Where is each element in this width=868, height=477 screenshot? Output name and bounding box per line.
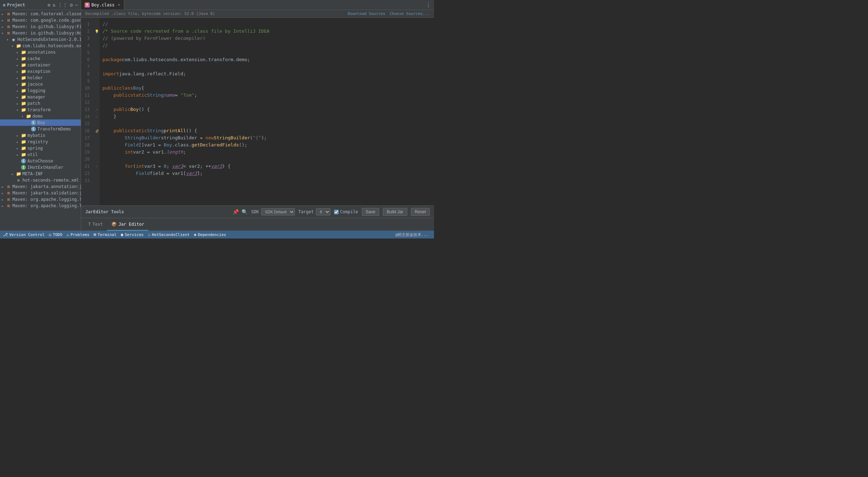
expand-icon[interactable]: ⋮⋮ <box>58 2 68 8</box>
kotlin-icon: K <box>85 2 90 7</box>
tree-arrow-manager: ▸ <box>16 95 21 99</box>
tree-item-registry[interactable]: ▸📁registry <box>0 139 81 145</box>
tree-item-maven5[interactable]: ▸mMaven: jakarta.annotation:jakarta.anno… <box>0 183 81 190</box>
tree-label-boy: Boy <box>37 120 45 125</box>
tree-arrow-spring: ▸ <box>16 146 21 150</box>
code-content[interactable]: ///* Source code recreated from a .class… <box>100 18 434 205</box>
tree-item-jacoco[interactable]: ▸📁jacoco <box>0 81 81 87</box>
line-num-10: 10 <box>81 85 92 92</box>
tree-item-maven2[interactable]: ▸mMaven: com.google.code.gson:gson:2.8.3 <box>0 17 81 23</box>
target-select[interactable]: 8 <box>316 208 330 215</box>
code-line-5 <box>102 49 434 56</box>
tree-item-mybatis[interactable]: ▸📁mybatis <box>0 132 81 139</box>
tree-item-transformdemo[interactable]: CTransformDemo <box>0 126 81 132</box>
tree-item-transform[interactable]: ▾📁transform <box>0 107 81 113</box>
code-line-12 <box>102 99 434 106</box>
line-num-4: 4 <box>81 42 92 49</box>
code-line-22: Field field = var1[var3]; <box>102 170 434 177</box>
tree-item-maven4[interactable]: ▾mMaven: io.github.liubsyy:HotSecondsExt… <box>0 30 81 36</box>
tab-boy-class[interactable]: K Boy.class × <box>81 0 124 10</box>
tree-item-maven1[interactable]: ▸mMaven: com.fasterxml.classmate:1.5.1 <box>0 11 81 17</box>
status-todo[interactable]: ☑ TODO <box>49 232 62 237</box>
status-problems[interactable]: ⚠ Problems <box>67 232 89 237</box>
tool-search-icon[interactable]: 🔍 <box>242 209 248 215</box>
tree-item-holder[interactable]: ▸📁holder <box>0 75 81 81</box>
build-jar-button[interactable]: Build Jar <box>383 208 407 216</box>
tree-item-cache[interactable]: ▸📁cache <box>0 55 81 62</box>
tree-item-annotations[interactable]: ▸📁annotations <box>0 49 81 55</box>
tree-label-patch: patch <box>27 101 40 106</box>
tree-item-container[interactable]: ▸📁container <box>0 62 81 68</box>
tab-jar-editor[interactable]: 📦 Jar Editor <box>107 218 148 231</box>
status-dependencies[interactable]: ◈ Dependencies <box>194 232 226 237</box>
tree-item-exception[interactable]: ▸📁exception <box>0 68 81 75</box>
problems-icon: ⚠ <box>67 232 69 237</box>
services-icon: ◉ <box>121 232 123 237</box>
terminal-label: Terminal <box>98 232 117 237</box>
status-terminal[interactable]: ⊞ Terminal <box>94 232 116 237</box>
text-tab-label: Text <box>92 222 103 227</box>
todo-label: TODO <box>53 232 63 237</box>
line-marker-13: ▿ <box>96 106 97 113</box>
tool-pin-icon[interactable]: 📌 <box>233 209 239 215</box>
tree-arrow-maven8: ▸ <box>1 204 6 208</box>
tree-item-jar[interactable]: ▾▣HotSecondsExtension-2.0.1.jar library … <box>0 36 81 43</box>
tree-arrow-holder: ▸ <box>16 76 21 80</box>
main-area: ◼ Project ⊕ ⇅ ⋮⋮ ⚙ − ▸mMaven: com.faster… <box>0 0 434 231</box>
line-num-13: 13 <box>81 106 92 113</box>
tree-item-patch[interactable]: ▸📁patch <box>0 100 81 107</box>
tree-item-metainf[interactable]: ▸📁META-INF <box>0 171 81 177</box>
tree-item-maven8[interactable]: ▸mMaven: org.apache.logging.log4j:log4j-… <box>0 203 81 209</box>
code-editor[interactable]: 1234567891011121314151617181920212223 💡▿… <box>81 18 434 205</box>
tree-item-boy[interactable]: CBoy <box>0 119 81 126</box>
tree-item-manager[interactable]: ▸📁manager <box>0 94 81 100</box>
tree-item-spring[interactable]: ▸📁spring <box>0 145 81 151</box>
tree-item-maven7[interactable]: ▸mMaven: org.apache.logging.log4j:log4j-… <box>0 196 81 203</box>
tree-item-util[interactable]: ▸📁util <box>0 151 81 158</box>
tree-item-maven3[interactable]: ▸mMaven: io.github.liubsyy:FindInstances… <box>0 23 81 30</box>
settings-icon[interactable]: ⚙ <box>70 2 73 8</box>
version-control-label: Version Control <box>9 232 44 237</box>
sdk-select[interactable]: SDK Default <box>261 208 295 215</box>
status-version-control[interactable]: ⎇ Version Control <box>3 232 44 237</box>
compile-checkbox[interactable] <box>334 210 339 214</box>
line-num-7: 7 <box>81 63 92 70</box>
tree-item-autochoose[interactable]: CAutoChoose <box>0 158 81 164</box>
source-links: Download Sources Choose Sources... <box>348 11 430 16</box>
add-icon[interactable]: ⊕ <box>47 2 50 8</box>
save-button[interactable]: Save <box>362 208 379 216</box>
tree-icon-container: 📁 <box>21 62 26 68</box>
tree-icon-jar: ▣ <box>11 37 16 42</box>
choose-sources-link[interactable]: Choose Sources... <box>390 11 430 16</box>
tree-icon-holder: 📁 <box>21 75 26 81</box>
tree-icon-patch: 📁 <box>21 101 26 106</box>
status-hotsecondsClient[interactable]: ♨ HotSecondsClient <box>148 232 190 237</box>
line-num-16: 16 <box>81 127 92 134</box>
tree-item-ihotexthandler[interactable]: IIHotExtHandler <box>0 164 81 171</box>
tab-bar: K Boy.class × ⋮ <box>81 0 434 10</box>
tree-item-maven6[interactable]: ▸mMaven: jakarta.validation:jakarta.vali… <box>0 190 81 196</box>
code-line-7 <box>102 63 434 70</box>
line-num-11: 11 <box>81 92 92 99</box>
tree-item-hotsecondsxml[interactable]: ≡hot-seconds-remote.xml <box>0 177 81 183</box>
minimize-icon[interactable]: − <box>75 2 78 8</box>
tree-item-pkg[interactable]: ▾📁com.liubs.hotseconds.extension <box>0 43 81 49</box>
tree-label-spring: spring <box>27 146 43 151</box>
code-line-13: public Boy() { <box>102 106 434 113</box>
tree-item-demo[interactable]: ▾📁demo <box>0 113 81 119</box>
sync-icon[interactable]: ⇅ <box>53 2 55 8</box>
tab-text[interactable]: T Text <box>84 218 107 231</box>
app: ◼ Project ⊕ ⇅ ⋮⋮ ⚙ − ▸mMaven: com.faster… <box>0 0 434 238</box>
line-num-23: 23 <box>81 177 92 184</box>
tree-label-metainf: META-INF <box>22 171 43 176</box>
info-bar: Decompiled .class file, bytecode version… <box>81 10 434 18</box>
tree-label-maven6: Maven: jakarta.validation:jakarta.valida… <box>12 191 81 195</box>
status-services[interactable]: ◉ Services <box>121 232 144 237</box>
download-sources-link[interactable]: Download Sources <box>348 11 385 16</box>
tab-close-btn[interactable]: × <box>118 2 120 7</box>
tree-item-logging[interactable]: ▸📁logging <box>0 87 81 94</box>
reset-button[interactable]: Reset <box>411 208 430 216</box>
tab-menu-btn[interactable]: ⋮ <box>423 1 434 8</box>
jar-tools-icons: 📌 🔍 <box>233 209 248 215</box>
line-num-21: 21 <box>81 163 92 170</box>
